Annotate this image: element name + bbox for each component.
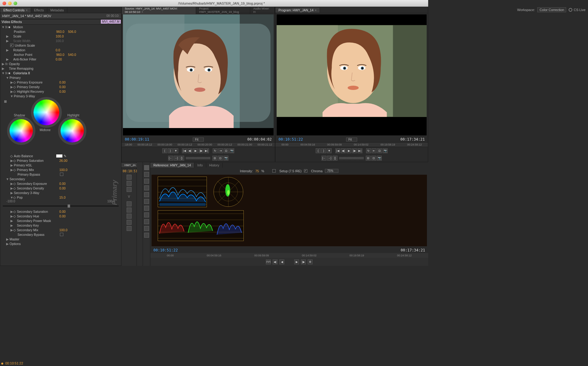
program-video[interactable]	[277, 14, 427, 135]
track-v-label[interactable]: V	[121, 193, 136, 201]
tab-program[interactable]: Program: HWY_JAN_14	[275, 8, 320, 13]
zoom-window-button[interactable]	[14, 2, 17, 5]
effect-time-remapping[interactable]: Time Remapping	[8, 67, 51, 70]
numpad-icon[interactable]: ⊞	[4, 99, 7, 103]
svg-rect-24	[158, 177, 207, 207]
group-primary[interactable]: Primary	[9, 76, 52, 80]
slide-tool-icon[interactable]	[144, 212, 149, 217]
tab-effects[interactable]: Effects	[31, 8, 47, 13]
checkbox-chroma[interactable]	[304, 169, 307, 173]
auto-balance-swatch[interactable]	[56, 154, 62, 158]
color-wheel-midtone[interactable]	[34, 99, 59, 125]
prev-btn[interactable]: {←	[168, 156, 173, 161]
prop-scale-width: Scale Width	[13, 39, 56, 43]
snap-icon[interactable]	[127, 175, 132, 180]
out-point-button[interactable]: }	[168, 148, 173, 153]
go-to-out-button[interactable]: ▶|	[204, 148, 209, 153]
effect-opacity[interactable]: Opacity	[8, 62, 51, 66]
effect-clip-name: HWY_JAN_14 * MVI_4457.MOV	[2, 14, 51, 18]
scope-zoom-dropdown[interactable]: 75%	[325, 169, 338, 173]
jog-shuttle[interactable]	[186, 157, 211, 159]
color-wheels: ⊞ Primary Midtone Shadow Highlight	[0, 98, 121, 154]
svg-rect-15	[393, 25, 427, 117]
track-select-tool-icon[interactable]	[144, 172, 149, 177]
tab-timeline[interactable]: HWY_JA	[121, 163, 139, 167]
close-window-button[interactable]	[2, 2, 6, 5]
next-btn[interactable]: →}	[174, 156, 179, 161]
minimize-window-button[interactable]	[8, 2, 12, 5]
slip-tool-icon[interactable]	[144, 206, 149, 211]
selection-tool-icon[interactable]	[144, 165, 149, 170]
step-back-button[interactable]: ◀|	[187, 148, 192, 153]
timeline-tc[interactable]: 00:10:51	[121, 168, 136, 174]
source-video[interactable]	[123, 14, 274, 135]
track-toggle-icon[interactable]	[127, 181, 132, 186]
tab-effect-controls[interactable]: Effect Controls	[0, 8, 31, 13]
in-point-button[interactable]: {	[162, 148, 167, 153]
group-secondary[interactable]: Secondary	[9, 177, 52, 181]
tab-source[interactable]: Source: HWY_JAN_14: MVI_4457.MOV: 00:10:…	[122, 7, 196, 14]
tab-audio-mixer[interactable]: Audio Mixer: H	[250, 7, 275, 14]
source-ruler[interactable]: :18:00 00:00:18:12 00:00:19:00 00:00:19:…	[122, 142, 275, 147]
source-tc-current[interactable]: 00:00:19:11	[125, 137, 149, 142]
effect-motion[interactable]: Motion	[13, 25, 56, 29]
gang-button[interactable]: ⊓⊓	[266, 259, 271, 264]
marker-button[interactable]: ▼	[173, 148, 178, 153]
hand-tool-icon[interactable]	[144, 226, 149, 231]
reference-tc-right: 00:17:34:21	[401, 248, 425, 252]
checkbox-secondary-bypass[interactable]	[60, 233, 63, 236]
export-frame-button[interactable]: 📷	[229, 148, 234, 153]
prop-antiflicker: Anti-flicker Filter	[13, 57, 56, 61]
tab-reference[interactable]: Reference: HWY_JAN_14	[150, 163, 194, 168]
timeline-clip-label[interactable]: MVI_4457.M	[101, 20, 121, 24]
eyedropper-icon[interactable]: ✎	[64, 154, 66, 158]
reference-ruler[interactable]: 00:00 00:04:59:16 00:09:59:09 00:14:59:0…	[150, 253, 428, 258]
checkbox-setup[interactable]	[272, 169, 276, 173]
program-ruler[interactable]: 00:00 00:04:59:16 00:09:59:09 00:14:59:0…	[275, 142, 428, 147]
effect-colorista[interactable]: Colorista II	[13, 71, 56, 75]
play-button[interactable]: ▶	[193, 148, 198, 153]
color-wheel-shadow[interactable]	[10, 119, 33, 142]
reference-tc-left[interactable]: 00:10:51:22	[153, 248, 178, 252]
zoom-tool-icon[interactable]	[144, 233, 149, 238]
twisty-icon[interactable]: ▼	[2, 25, 5, 29]
tab-info[interactable]: Info	[194, 163, 206, 168]
rate-stretch-tool-icon[interactable]	[144, 192, 149, 197]
intensity-value[interactable]: 75	[255, 169, 259, 173]
pen-tool-icon[interactable]	[144, 219, 149, 224]
program-tc-current[interactable]: 00:10:51:22	[278, 137, 303, 142]
razor-tool-icon[interactable]	[144, 199, 149, 204]
svg-point-7	[191, 69, 192, 71]
settings-icon[interactable]: ⚙	[308, 259, 313, 264]
program-tc-duration: 00:17:34:21	[401, 137, 425, 142]
ripple-tool-icon[interactable]	[144, 179, 149, 184]
group-options[interactable]: Options	[9, 242, 52, 246]
tab-history[interactable]: History	[206, 163, 223, 168]
checkbox-uniform-scale[interactable]	[10, 44, 14, 47]
rgb-parade-scope	[158, 210, 244, 241]
pop-slider[interactable]	[3, 205, 119, 207]
program-jog[interactable]	[339, 157, 364, 159]
tab-metadata[interactable]: Metadata	[47, 8, 67, 13]
step-fwd-button[interactable]: |▶	[199, 148, 203, 153]
source-fit-dropdown[interactable]: Fit	[193, 138, 203, 142]
source-tc-duration: 00:00:04:02	[247, 137, 272, 142]
overwrite-button[interactable]: ⊡	[224, 148, 229, 153]
svg-point-11	[194, 88, 205, 92]
program-play-button[interactable]: ▶	[346, 148, 351, 153]
loop-button[interactable]: ↻	[213, 148, 218, 153]
group-master[interactable]: Master	[9, 237, 52, 241]
bottom-area: HWY_JA 00:10:51 V	[121, 162, 428, 266]
go-to-in-button[interactable]: |◀	[182, 148, 187, 153]
effect-tc-hint: 08 00:10:	[106, 14, 119, 18]
tab-project[interactable]: Project: HWY_MASTER_JAN_19_blog	[196, 7, 250, 14]
rolling-tool-icon[interactable]	[144, 185, 149, 190]
color-wheel-highlight[interactable]	[61, 119, 84, 142]
extract-button[interactable]: ⊡	[377, 148, 382, 153]
track-toggle2-icon[interactable]	[127, 187, 132, 192]
program-fit-dropdown[interactable]: Fit	[346, 138, 357, 142]
insert-button[interactable]: ⇥	[218, 148, 223, 153]
lift-button[interactable]: ⇤	[372, 148, 377, 153]
svg-point-36	[225, 184, 230, 197]
checkbox-primary-bypass[interactable]	[60, 173, 63, 176]
